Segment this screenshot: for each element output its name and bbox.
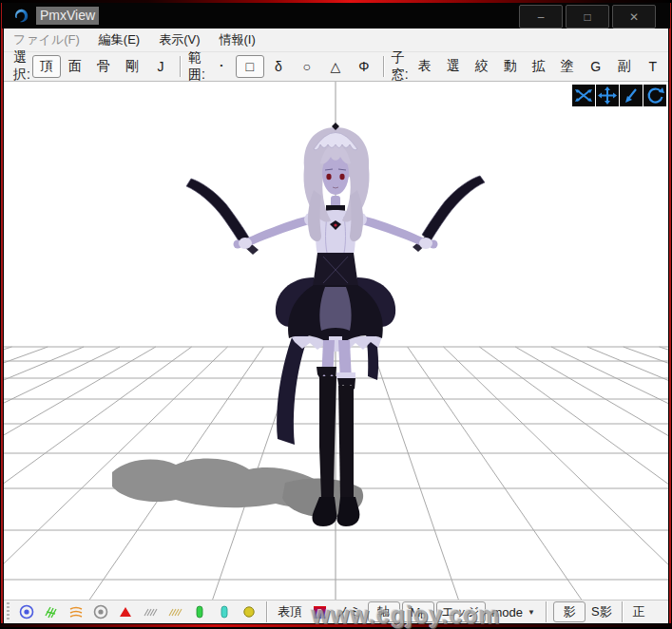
subwin-t-button[interactable]: T [639, 55, 667, 78]
subwin-fuku-button[interactable]: 副 [610, 55, 639, 78]
window-border-bottom [0, 623, 672, 629]
pan-icon[interactable] [596, 85, 619, 106]
nomi-toggle[interactable]: ノミ [332, 603, 367, 620]
mb-sub-label: b [420, 610, 426, 620]
select-joint-button[interactable]: J [146, 55, 175, 78]
viewport-canvas [4, 82, 668, 600]
menu-edit[interactable]: 編集(E) [89, 31, 149, 48]
window-title: PmxView [36, 7, 99, 25]
subwin-dou-button[interactable]: 動 [496, 55, 525, 78]
red-triangle-icon[interactable] [116, 602, 135, 621]
close-button[interactable]: ✕ [612, 5, 656, 29]
rotate-view-icon[interactable] [643, 85, 666, 106]
range-label: 範囲: [188, 49, 205, 84]
window-border-right [668, 3, 672, 623]
select-label: 選択: [13, 49, 30, 84]
title-bar: PmxView – □ ✕ [2, 3, 670, 29]
separator [180, 56, 182, 77]
separator [266, 601, 268, 622]
orbit-axis-icon[interactable] [572, 85, 595, 106]
range-phi-button[interactable]: Φ [350, 55, 378, 78]
green-scribble-icon[interactable] [42, 602, 61, 621]
subwin-shibori-button[interactable]: 絞 [468, 55, 496, 78]
yellow-sphere-icon[interactable] [240, 602, 259, 621]
orange-scribble-icon[interactable] [67, 602, 86, 621]
maximize-button[interactable]: □ [566, 5, 609, 29]
range-point-button[interactable]: ・ [207, 55, 236, 78]
range-box-button[interactable]: □ [236, 55, 264, 78]
model-render [112, 123, 485, 526]
separator [622, 601, 624, 622]
show-front-vertex-toggle[interactable]: 表頂 [273, 603, 307, 620]
bottom-toolbar-grip[interactable] [7, 602, 10, 621]
viewport-nav-buttons [572, 85, 666, 106]
range-circle-button[interactable]: ○ [293, 55, 321, 78]
main-toolbar: 選択: 頂 面 骨 剛 J 範囲: ・ □ δ ○ △ Φ 子窓: 表 選 絞 … [4, 52, 668, 82]
subwin-sen-button[interactable]: 選 [439, 55, 468, 78]
range-triangle-button[interactable]: △ [321, 55, 350, 78]
mode-label: mode [492, 605, 524, 619]
gray-hatch-icon[interactable] [141, 602, 160, 621]
range-delta-button[interactable]: δ [264, 55, 293, 78]
front-view-toggle[interactable]: 正 [628, 603, 650, 620]
mb-button[interactable]: Mb [402, 601, 434, 622]
self-shadow-toggle[interactable]: S影 [586, 603, 617, 620]
mode-dropdown[interactable]: mode ▼ [487, 605, 541, 619]
shadow-button[interactable]: 影 [553, 601, 586, 622]
subwin-nuri-button[interactable]: 塗 [553, 55, 582, 78]
edge-button[interactable]: エッジ [436, 601, 486, 622]
axis-button[interactable]: 軸 [368, 601, 400, 622]
material-gradient-icon[interactable] [310, 602, 329, 621]
app-icon [13, 8, 29, 24]
subwin-kaku-button[interactable]: 拡 [525, 55, 553, 78]
select-rigid-button[interactable]: 剛 [118, 55, 146, 78]
green-capsule-icon[interactable] [190, 602, 209, 621]
mb-label: M [410, 605, 420, 619]
select-bone-button[interactable]: 骨 [89, 55, 118, 78]
menu-bar: ファイル(F) 編集(E) 表示(V) 情報(I) [4, 29, 668, 52]
gray-ring-icon[interactable] [91, 602, 110, 621]
dolly-arrow-icon[interactable] [620, 85, 643, 106]
menu-file[interactable]: ファイル(F) [4, 31, 89, 48]
select-face-button[interactable]: 面 [61, 55, 89, 78]
select-vertex-button[interactable]: 頂 [32, 55, 61, 78]
cyan-capsule-icon[interactable] [215, 602, 234, 621]
menu-info[interactable]: 情報(I) [210, 31, 265, 48]
separator [546, 601, 547, 622]
minimize-button[interactable]: – [519, 5, 563, 29]
separator [383, 56, 385, 77]
menu-view[interactable]: 表示(V) [149, 31, 209, 48]
viewport-3d[interactable] [4, 82, 668, 600]
blue-ring-icon[interactable] [17, 602, 36, 621]
bottom-toolbar: 表頂 ノミ 軸 Mb エッジ mode ▼ 影 S影 正 [4, 600, 668, 623]
subwin-hyou-button[interactable]: 表 [411, 55, 439, 78]
khaki-hatch-icon[interactable] [165, 602, 184, 621]
chevron-down-icon: ▼ [528, 608, 535, 617]
subwin-g-button[interactable]: G [582, 55, 610, 78]
subwindow-label: 子窓: [392, 49, 409, 84]
